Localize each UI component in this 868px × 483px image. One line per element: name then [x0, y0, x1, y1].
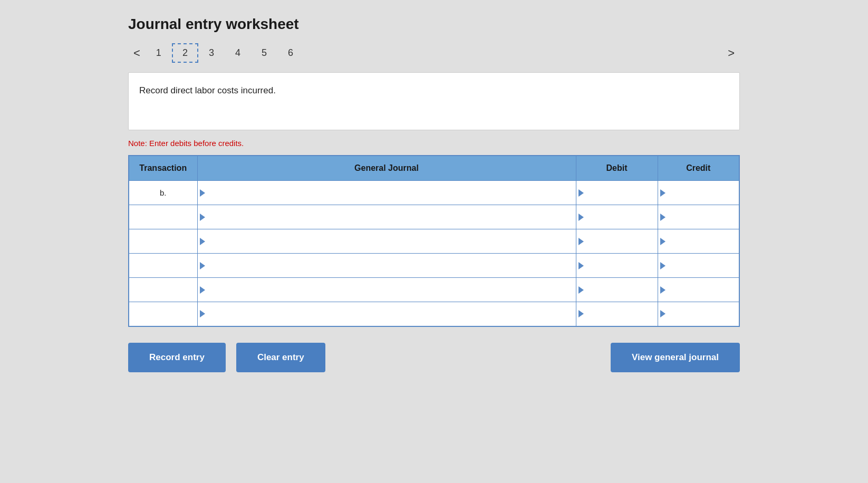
table-header-row: Transaction General Journal Debit Credit [129, 156, 739, 181]
debit-cell-4[interactable] [576, 254, 658, 278]
header-debit: Debit [576, 156, 658, 181]
gj-input-5[interactable] [205, 278, 576, 302]
debit-input-1[interactable] [584, 181, 658, 205]
credit-cell-2[interactable] [658, 205, 739, 229]
gj-input-6[interactable] [205, 302, 576, 326]
arrow-indicator [578, 310, 584, 317]
arrow-indicator [578, 189, 584, 197]
table-row [129, 205, 739, 229]
nav-right-arrow[interactable]: > [722, 44, 740, 62]
nav-tabs: 1 2 3 4 5 6 [146, 43, 722, 63]
debit-cell-6[interactable] [576, 302, 658, 326]
arrow-indicator [578, 286, 584, 294]
arrow-indicator [200, 214, 205, 221]
arrow-indicator [660, 214, 666, 221]
debit-input-2[interactable] [584, 205, 658, 229]
buttons-row: Record entry Clear entry View general jo… [128, 343, 740, 372]
nav-tab-6[interactable]: 6 [277, 43, 304, 63]
debit-input-3[interactable] [584, 229, 658, 253]
page-title: Journal entry worksheet [128, 16, 740, 33]
nav-tab-2[interactable]: 2 [172, 43, 198, 63]
arrow-indicator [200, 238, 205, 245]
arrow-indicator [660, 189, 666, 197]
gj-input-1[interactable] [205, 181, 576, 205]
transaction-cell-5 [129, 278, 197, 302]
arrow-indicator [200, 262, 205, 269]
table-row [129, 254, 739, 278]
credit-cell-6[interactable] [658, 302, 739, 326]
nav-tab-5[interactable]: 5 [251, 43, 277, 63]
general-journal-cell-2[interactable] [197, 205, 576, 229]
debit-input-4[interactable] [584, 254, 658, 277]
general-journal-cell-3[interactable] [197, 229, 576, 254]
arrow-indicator [200, 310, 205, 317]
view-general-journal-button[interactable]: View general journal [611, 343, 740, 372]
page-container: Journal entry worksheet < 1 2 3 4 5 6 > … [128, 16, 740, 372]
general-journal-cell-5[interactable] [197, 278, 576, 302]
credit-input-4[interactable] [666, 254, 739, 277]
arrow-indicator [660, 262, 666, 269]
description-text: Record direct labor costs incurred. [139, 85, 729, 96]
nav-row: < 1 2 3 4 5 6 > [128, 43, 740, 63]
table-row [129, 302, 739, 326]
credit-input-1[interactable] [666, 181, 739, 205]
arrow-indicator [578, 214, 584, 221]
gj-input-2[interactable] [205, 205, 576, 229]
header-credit: Credit [658, 156, 739, 181]
gj-input-3[interactable] [205, 229, 576, 253]
debit-cell-2[interactable] [576, 205, 658, 229]
credit-input-3[interactable] [666, 229, 739, 253]
nav-tab-3[interactable]: 3 [198, 43, 225, 63]
table-row: b. [129, 181, 739, 205]
debit-cell-1[interactable] [576, 181, 658, 205]
debit-cell-3[interactable] [576, 229, 658, 254]
arrow-indicator [578, 238, 584, 245]
arrow-indicator [660, 238, 666, 245]
arrow-indicator [200, 189, 205, 197]
arrow-indicator [660, 286, 666, 294]
arrow-indicator [578, 262, 584, 269]
table-row [129, 229, 739, 254]
nav-tab-1[interactable]: 1 [146, 43, 172, 63]
transaction-cell-4 [129, 254, 197, 278]
debit-cell-5[interactable] [576, 278, 658, 302]
debit-input-6[interactable] [584, 302, 658, 326]
credit-cell-5[interactable] [658, 278, 739, 302]
debit-input-5[interactable] [584, 278, 658, 302]
general-journal-cell-6[interactable] [197, 302, 576, 326]
gj-input-4[interactable] [205, 254, 576, 277]
table-row [129, 278, 739, 302]
note-text: Note: Enter debits before credits. [128, 139, 740, 148]
record-entry-button[interactable]: Record entry [128, 343, 226, 372]
arrow-indicator [200, 286, 205, 294]
credit-cell-3[interactable] [658, 229, 739, 254]
transaction-cell-1: b. [129, 181, 197, 205]
nav-tab-4[interactable]: 4 [225, 43, 251, 63]
header-transaction: Transaction [129, 156, 197, 181]
credit-cell-1[interactable] [658, 181, 739, 205]
journal-table: Transaction General Journal Debit Credit… [128, 155, 740, 327]
description-box: Record direct labor costs incurred. [128, 72, 740, 130]
general-journal-cell-1[interactable] [197, 181, 576, 205]
credit-input-2[interactable] [666, 205, 739, 229]
header-general-journal: General Journal [197, 156, 576, 181]
transaction-cell-3 [129, 229, 197, 254]
credit-input-6[interactable] [666, 302, 739, 326]
arrow-indicator [660, 310, 666, 317]
nav-left-arrow[interactable]: < [128, 44, 146, 62]
transaction-cell-6 [129, 302, 197, 326]
general-journal-cell-4[interactable] [197, 254, 576, 278]
transaction-cell-2 [129, 205, 197, 229]
credit-cell-4[interactable] [658, 254, 739, 278]
credit-input-5[interactable] [666, 278, 739, 302]
clear-entry-button[interactable]: Clear entry [236, 343, 325, 372]
